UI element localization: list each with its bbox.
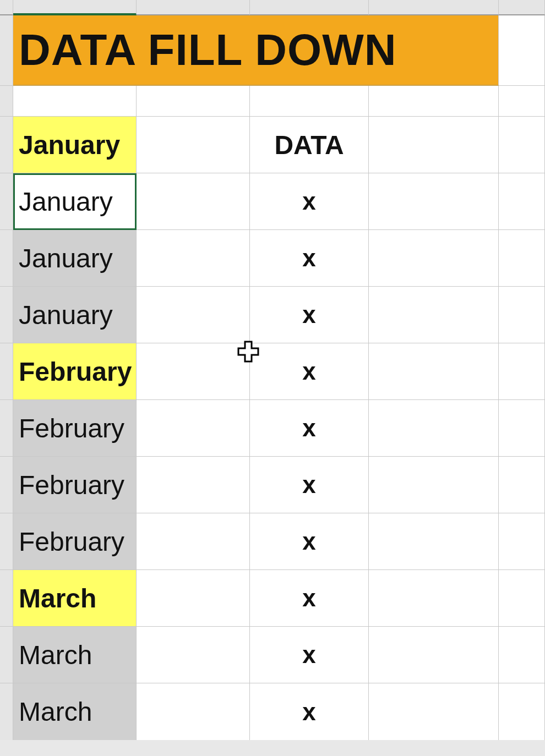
column-header-fragment [499, 0, 545, 15]
empty-cell[interactable] [137, 570, 250, 627]
column-header-fragment [0, 0, 13, 15]
data-cell[interactable]: x [250, 627, 369, 683]
column-header-fragment [13, 0, 137, 15]
empty-cell[interactable] [499, 400, 545, 457]
row-gutter [0, 287, 13, 343]
empty-cell[interactable] [499, 173, 545, 230]
empty-cell[interactable] [499, 287, 545, 343]
empty-cell[interactable] [499, 86, 545, 117]
row-gutter [0, 457, 13, 513]
empty-cell[interactable] [499, 513, 545, 570]
empty-cell[interactable] [137, 627, 250, 683]
month-cell[interactable]: March [13, 683, 137, 740]
month-cell[interactable]: February [13, 513, 137, 570]
empty-cell[interactable] [499, 230, 545, 287]
empty-cell[interactable] [369, 343, 499, 400]
data-column-header[interactable]: DATA [250, 117, 369, 173]
empty-cell[interactable] [13, 86, 137, 117]
month-cell[interactable]: January [13, 230, 137, 287]
empty-cell[interactable] [137, 683, 250, 740]
data-cell[interactable]: x [250, 570, 369, 627]
empty-cell[interactable] [137, 343, 250, 400]
row-gutter [0, 173, 13, 230]
empty-cell[interactable] [499, 570, 545, 627]
data-cell[interactable]: x [250, 173, 369, 230]
month-cell[interactable]: February [13, 457, 137, 513]
page-title[interactable]: DATA FILL DOWN [13, 15, 499, 86]
column-header-fragment [250, 0, 369, 15]
empty-cell[interactable] [369, 117, 499, 173]
month-cell[interactable]: March [13, 627, 137, 683]
row-gutter [0, 343, 13, 400]
month-cell[interactable]: February [13, 400, 137, 457]
empty-cell[interactable] [499, 683, 545, 740]
column-header-fragment [369, 0, 499, 15]
data-cell[interactable]: x [250, 287, 369, 343]
empty-cell[interactable] [137, 86, 250, 117]
row-gutter [0, 400, 13, 457]
empty-cell[interactable] [369, 287, 499, 343]
month-header-cell[interactable]: January [13, 117, 137, 173]
empty-cell[interactable] [137, 230, 250, 287]
data-cell[interactable]: x [250, 230, 369, 287]
month-cell[interactable]: January [13, 173, 137, 230]
empty-cell[interactable] [137, 457, 250, 513]
column-header-fragment [137, 0, 250, 15]
empty-cell[interactable] [499, 117, 545, 173]
empty-cell[interactable] [369, 513, 499, 570]
empty-cell[interactable] [369, 400, 499, 457]
row-gutter [0, 230, 13, 287]
row-gutter [0, 627, 13, 683]
row-gutter [0, 513, 13, 570]
data-cell[interactable]: x [250, 343, 369, 400]
empty-cell[interactable] [137, 287, 250, 343]
empty-cell[interactable] [369, 86, 499, 117]
empty-cell[interactable] [137, 173, 250, 230]
row-gutter [0, 117, 13, 173]
empty-cell[interactable] [137, 400, 250, 457]
data-cell[interactable]: x [250, 457, 369, 513]
row-gutter [0, 86, 13, 117]
row-gutter [0, 15, 13, 86]
empty-cell[interactable] [369, 230, 499, 287]
empty-cell[interactable] [499, 343, 545, 400]
empty-cell[interactable] [499, 15, 545, 86]
empty-cell[interactable] [369, 173, 499, 230]
empty-cell[interactable] [250, 86, 369, 117]
empty-cell[interactable] [499, 627, 545, 683]
row-gutter [0, 570, 13, 627]
empty-cell[interactable] [137, 513, 250, 570]
row-gutter [0, 683, 13, 740]
empty-cell[interactable] [137, 117, 250, 173]
empty-cell[interactable] [369, 627, 499, 683]
month-cell[interactable]: January [13, 287, 137, 343]
empty-cell[interactable] [369, 457, 499, 513]
data-cell[interactable]: x [250, 400, 369, 457]
data-cell[interactable]: x [250, 683, 369, 740]
month-header-cell[interactable]: March [13, 570, 137, 627]
data-cell[interactable]: x [250, 513, 369, 570]
empty-cell[interactable] [369, 683, 499, 740]
month-header-cell[interactable]: February [13, 343, 137, 400]
empty-cell[interactable] [499, 457, 545, 513]
spreadsheet-grid[interactable]: DATA FILL DOWNJanuaryDATAJanuaryxJanuary… [0, 0, 545, 740]
empty-cell[interactable] [369, 570, 499, 627]
